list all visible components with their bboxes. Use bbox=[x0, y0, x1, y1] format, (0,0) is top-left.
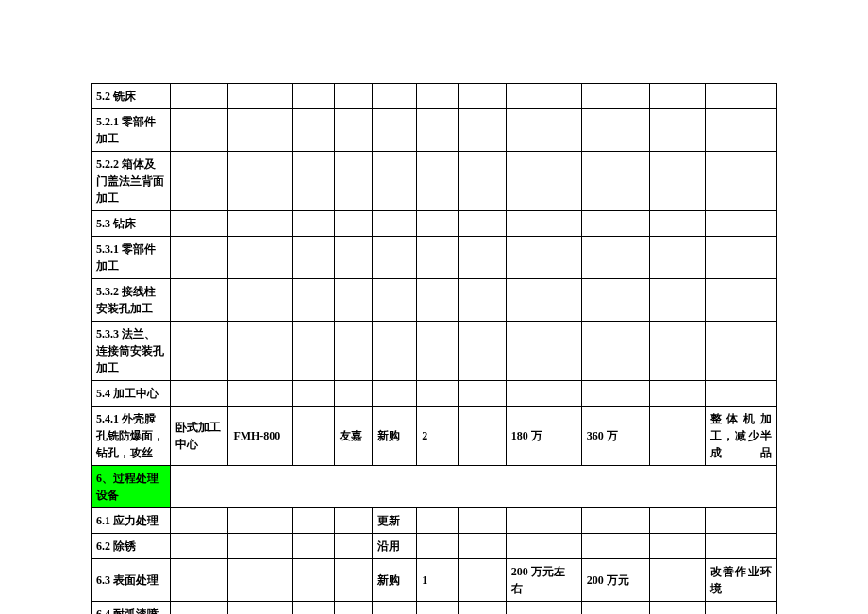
table-cell bbox=[458, 508, 506, 534]
table-cell bbox=[417, 534, 459, 559]
table-cell: 更新 bbox=[373, 508, 417, 534]
table-cell bbox=[293, 407, 335, 466]
table-cell bbox=[417, 279, 459, 322]
table-cell bbox=[417, 109, 459, 152]
table-cell bbox=[506, 109, 581, 152]
table-cell bbox=[228, 508, 293, 534]
table-cell: 5.2.1 零部件加工 bbox=[92, 109, 171, 152]
table-cell bbox=[506, 211, 581, 237]
table-cell bbox=[228, 109, 293, 152]
table-cell bbox=[705, 508, 776, 534]
table-row: 5.4 加工中心 bbox=[92, 381, 777, 407]
table-cell bbox=[506, 381, 581, 407]
table-cell bbox=[228, 237, 293, 279]
table-cell bbox=[650, 211, 705, 237]
table-cell bbox=[170, 237, 228, 279]
table-cell bbox=[170, 211, 228, 237]
table-cell bbox=[705, 279, 776, 322]
table-cell bbox=[293, 602, 335, 615]
table-cell bbox=[705, 84, 776, 109]
table-cell bbox=[335, 84, 373, 109]
table-row: 5.3 钻床 bbox=[92, 211, 777, 237]
table-cell bbox=[417, 381, 459, 407]
table-cell bbox=[458, 109, 506, 152]
table-cell bbox=[506, 508, 581, 534]
table-cell: 5.2.2 箱体及门盖法兰背面加工 bbox=[92, 152, 171, 211]
table-row: 6.1 应力处理更新 bbox=[92, 508, 777, 534]
table-cell bbox=[705, 322, 776, 381]
table-cell: 5.4 加工中心 bbox=[92, 381, 171, 407]
table-cell bbox=[650, 534, 705, 559]
table-cell bbox=[170, 602, 228, 615]
table-row: 5.2.1 零部件加工 bbox=[92, 109, 777, 152]
table-cell bbox=[705, 152, 776, 211]
table-cell bbox=[506, 322, 581, 381]
table-cell bbox=[506, 152, 581, 211]
table-cell: 5.3.3 法兰、连接筒安装孔加工 bbox=[92, 322, 171, 381]
table-cell: 5.4.1 外壳膛孔铣防爆面，钻孔，攻丝 bbox=[92, 407, 171, 466]
table-cell bbox=[458, 602, 506, 615]
table-cell bbox=[581, 602, 650, 615]
table-cell bbox=[293, 152, 335, 211]
table-cell bbox=[373, 152, 417, 211]
table-cell bbox=[228, 211, 293, 237]
table-cell bbox=[650, 508, 705, 534]
table-cell bbox=[458, 211, 506, 237]
table-cell bbox=[170, 152, 228, 211]
table-cell bbox=[373, 381, 417, 407]
table-cell bbox=[581, 279, 650, 322]
table-cell bbox=[458, 407, 506, 466]
table-cell bbox=[417, 602, 459, 615]
table-cell bbox=[650, 602, 705, 615]
table-row: 6.3 表面处理新购1200 万元左右200 万元改善作业环境 bbox=[92, 559, 777, 602]
table-cell bbox=[417, 211, 459, 237]
table-cell bbox=[581, 508, 650, 534]
section-header-span bbox=[170, 466, 776, 508]
table-cell bbox=[458, 152, 506, 211]
table-cell bbox=[705, 381, 776, 407]
table-cell bbox=[650, 381, 705, 407]
table-cell bbox=[293, 237, 335, 279]
table-cell bbox=[373, 237, 417, 279]
table-cell bbox=[170, 109, 228, 152]
table-cell: 200 万元左右 bbox=[506, 559, 581, 602]
table-cell bbox=[650, 109, 705, 152]
table-cell bbox=[293, 534, 335, 559]
table-cell bbox=[335, 534, 373, 559]
table-cell bbox=[581, 211, 650, 237]
table-cell: 5.3 钻床 bbox=[92, 211, 171, 237]
table-cell bbox=[417, 237, 459, 279]
table-cell bbox=[335, 279, 373, 322]
table-cell bbox=[335, 211, 373, 237]
table-cell bbox=[650, 237, 705, 279]
table-row: 5.2.2 箱体及门盖法兰背面加工 bbox=[92, 152, 777, 211]
table-cell: 5.3.2 接线柱安装孔加工 bbox=[92, 279, 171, 322]
table-cell bbox=[506, 534, 581, 559]
table-cell bbox=[373, 279, 417, 322]
table-cell bbox=[170, 279, 228, 322]
table-cell bbox=[705, 109, 776, 152]
table-cell: 6.2 除锈 bbox=[92, 534, 171, 559]
table-cell bbox=[170, 381, 228, 407]
table-cell bbox=[228, 534, 293, 559]
table-cell: 6.4 耐弧漆喷涂 bbox=[92, 602, 171, 615]
table-cell: 5.3.1 零部件加工 bbox=[92, 237, 171, 279]
table-cell: 5.2 铣床 bbox=[92, 84, 171, 109]
table-cell bbox=[506, 279, 581, 322]
table-cell bbox=[506, 84, 581, 109]
table-cell: 1 bbox=[417, 559, 459, 602]
table-cell bbox=[581, 534, 650, 559]
table-cell bbox=[581, 322, 650, 381]
document-table: 5.2 铣床5.2.1 零部件加工5.2.2 箱体及门盖法兰背面加工5.3 钻床… bbox=[91, 83, 777, 614]
table-cell bbox=[581, 237, 650, 279]
table-cell bbox=[335, 109, 373, 152]
table-cell bbox=[417, 152, 459, 211]
table-row: 6.4 耐弧漆喷涂同上 bbox=[92, 602, 777, 615]
table-cell bbox=[228, 279, 293, 322]
table-cell bbox=[650, 322, 705, 381]
table-cell bbox=[293, 381, 335, 407]
table-cell: 整体机加工，减少半成品 bbox=[705, 407, 776, 466]
section-header-row: 6、过程处理设备 bbox=[92, 466, 777, 508]
table-cell bbox=[581, 109, 650, 152]
table-cell: 200 万元 bbox=[581, 559, 650, 602]
